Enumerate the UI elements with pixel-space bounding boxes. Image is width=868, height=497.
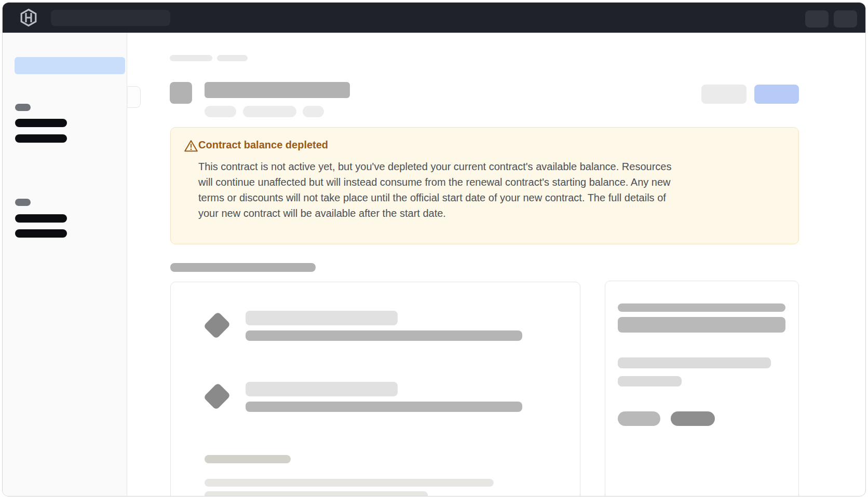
summary-line-skeleton: [618, 357, 771, 368]
summary-value-skeleton: [618, 317, 785, 333]
hashicorp-logo: [19, 8, 38, 27]
summary-card: [605, 281, 799, 496]
badge-skeleton: [243, 106, 296, 117]
list-item-title-skeleton: [246, 382, 398, 396]
sidebar-section-label-skeleton: [15, 104, 31, 111]
summary-pill-skeleton[interactable]: [671, 411, 715, 426]
page-background: Contract balance depleted This contract …: [0, 0, 868, 497]
alert-body-line: your new contract will be available afte…: [198, 205, 780, 221]
app-window: Contract balance depleted This contract …: [2, 2, 866, 496]
sidebar-nav-item-skeleton[interactable]: [15, 214, 67, 223]
alert-body-line: terms or discounts will not take place u…: [198, 190, 780, 205]
warning-triangle-icon: [184, 139, 198, 153]
summary-pill-skeleton[interactable]: [618, 411, 660, 426]
secondary-button-skeleton[interactable]: [701, 85, 747, 104]
badge-skeleton: [303, 106, 324, 117]
sidebar: [3, 33, 127, 496]
section-title-skeleton: [170, 263, 316, 272]
page-title-skeleton: [205, 82, 350, 98]
card-footer-line-skeleton: [205, 479, 494, 487]
primary-button-skeleton[interactable]: [754, 85, 799, 104]
summary-title-skeleton: [618, 303, 785, 312]
breadcrumb-item-skeleton[interactable]: [170, 55, 212, 61]
sidebar-nav-item-skeleton[interactable]: [15, 134, 67, 143]
sidebar-active-item-skeleton[interactable]: [15, 57, 125, 74]
alert-title: Contract balance depleted: [198, 139, 328, 151]
topbar-action-button-2[interactable]: [834, 10, 857, 27]
sidebar-nav-item-skeleton[interactable]: [15, 119, 67, 127]
topbar-action-button-1[interactable]: [805, 10, 829, 27]
list-item-subtitle-skeleton: [246, 402, 522, 412]
topbar: [3, 3, 865, 33]
card-footer-label-skeleton: [205, 455, 291, 463]
alert-body-line: This contract is not active yet, but you…: [198, 159, 780, 174]
summary-line-skeleton: [618, 376, 682, 386]
sidebar-nav-item-skeleton[interactable]: [15, 229, 67, 238]
badge-skeleton: [205, 106, 236, 117]
sidebar-section-label-skeleton: [15, 199, 31, 206]
search-input[interactable]: [51, 10, 170, 26]
card-footer-line-skeleton: [205, 491, 428, 496]
warning-alert: Contract balance depleted This contract …: [170, 127, 799, 244]
page-icon-skeleton: [170, 82, 192, 104]
breadcrumb-item-skeleton[interactable]: [217, 55, 248, 61]
list-item-subtitle-skeleton: [246, 330, 522, 341]
alert-body-line: will continue unaffected but will instea…: [198, 174, 780, 190]
sidebar-collapse-handle[interactable]: [127, 86, 141, 108]
list-item-title-skeleton: [246, 311, 398, 325]
